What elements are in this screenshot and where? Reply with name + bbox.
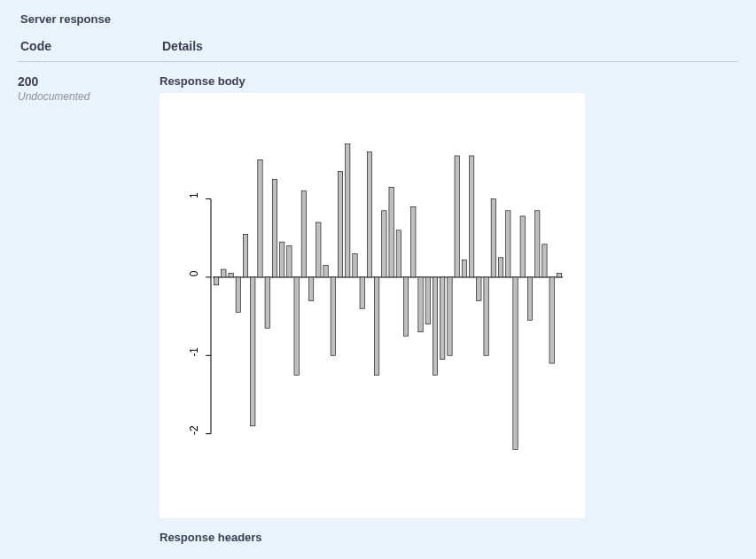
- svg-rect-53: [527, 277, 532, 321]
- svg-rect-13: [236, 277, 240, 313]
- svg-rect-17: [265, 277, 269, 328]
- svg-rect-56: [549, 277, 554, 363]
- section-title: Server response: [18, 0, 738, 33]
- svg-rect-54: [535, 211, 540, 277]
- table-header-row: Code Details: [18, 33, 738, 62]
- svg-rect-55: [542, 245, 547, 277]
- svg-rect-31: [367, 152, 371, 277]
- svg-text:0: 0: [188, 270, 200, 276]
- svg-rect-52: [520, 216, 525, 277]
- svg-rect-46: [477, 277, 481, 301]
- svg-rect-44: [462, 260, 466, 276]
- svg-rect-41: [440, 277, 445, 360]
- svg-rect-33: [382, 211, 386, 277]
- svg-text:-1: -1: [188, 347, 200, 357]
- svg-rect-48: [491, 199, 495, 277]
- status-code: 200: [18, 74, 160, 89]
- svg-rect-49: [498, 258, 503, 277]
- svg-rect-10: [214, 277, 218, 285]
- svg-rect-28: [346, 144, 350, 277]
- svg-rect-25: [323, 266, 328, 277]
- svg-rect-47: [484, 277, 488, 355]
- response-body-chart: -2-101: [160, 93, 585, 518]
- svg-rect-37: [411, 206, 416, 277]
- svg-rect-16: [258, 159, 262, 277]
- svg-rect-15: [251, 277, 255, 426]
- code-column-header: Code: [20, 39, 51, 53]
- svg-rect-45: [469, 156, 473, 277]
- svg-rect-50: [506, 211, 510, 277]
- svg-rect-12: [229, 273, 233, 276]
- svg-rect-21: [294, 277, 299, 375]
- svg-rect-23: [308, 277, 313, 301]
- svg-rect-18: [272, 179, 277, 276]
- svg-text:1: 1: [188, 192, 200, 198]
- svg-rect-34: [389, 187, 394, 277]
- svg-rect-51: [513, 277, 518, 449]
- svg-rect-39: [425, 277, 430, 324]
- svg-rect-38: [418, 277, 423, 332]
- svg-rect-20: [287, 246, 292, 277]
- response-headers-label: Response headers: [160, 531, 738, 544]
- svg-rect-24: [316, 222, 321, 277]
- svg-text:-2: -2: [188, 425, 200, 435]
- svg-rect-22: [301, 191, 306, 277]
- svg-rect-19: [280, 242, 284, 277]
- details-column-header: Details: [162, 39, 203, 53]
- svg-rect-27: [338, 172, 342, 277]
- response-body-label: Response body: [160, 74, 738, 88]
- svg-rect-42: [448, 277, 452, 355]
- svg-rect-36: [403, 277, 408, 336]
- svg-rect-32: [374, 277, 378, 375]
- svg-rect-11: [222, 269, 226, 277]
- svg-rect-29: [353, 253, 357, 277]
- server-response-section: Server response Code Details 200 Undocum…: [0, 0, 756, 549]
- svg-rect-43: [455, 156, 459, 277]
- bar-chart: -2-101: [160, 93, 585, 518]
- svg-rect-35: [396, 230, 401, 277]
- response-row: 200 Undocumented Response body -2-101 Re…: [18, 62, 738, 549]
- svg-rect-26: [331, 277, 335, 355]
- status-code-note: Undocumented: [18, 90, 160, 103]
- svg-rect-14: [243, 234, 247, 277]
- svg-rect-30: [360, 277, 364, 308]
- svg-rect-57: [557, 273, 561, 276]
- svg-rect-40: [433, 277, 437, 375]
